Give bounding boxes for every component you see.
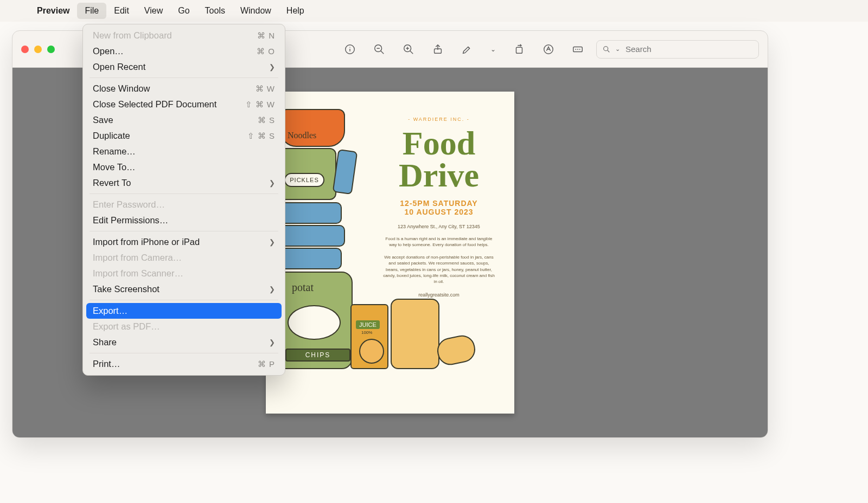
menu-item-label: Share [93, 337, 117, 347]
menu-item-move-to[interactable]: Move To… [86, 159, 282, 175]
menu-item-shortcut: ⌘ P [258, 359, 275, 369]
menu-item-label: Close Window [93, 83, 150, 94]
search-dropdown-icon[interactable]: ⌄ [615, 46, 620, 53]
menu-item-label: Export… [93, 306, 127, 316]
menu-item-shortcut: ⇧ ⌘ W [245, 100, 276, 109]
menu-divider [90, 353, 278, 353]
menu-item-print[interactable]: Print…⌘ P [86, 356, 282, 372]
share-icon[interactable] [427, 40, 449, 59]
menu-item-open-recent[interactable]: Open Recent❯ [86, 59, 282, 75]
menu-item-take-screenshot[interactable]: Take Screenshot❯ [86, 281, 282, 297]
minimize-window-button[interactable] [34, 46, 42, 53]
menu-view[interactable]: View [137, 3, 170, 19]
pickles-label: PICKLES [284, 173, 324, 187]
svg-line-4 [381, 50, 384, 54]
svg-point-17 [579, 49, 580, 50]
menu-item-label: Close Selected PDF Document [93, 99, 216, 109]
rotate-icon[interactable] [508, 40, 530, 59]
form-fill-icon[interactable] [567, 40, 589, 59]
menu-item-close-window[interactable]: Close Window⌘ W [86, 81, 282, 96]
svg-point-15 [575, 49, 576, 50]
menu-item-close-selected-pdf-document[interactable]: Close Selected PDF Document⇧ ⌘ W [86, 96, 282, 112]
menu-item-label: Import from iPhone or iPad [93, 237, 200, 247]
menu-item-import-from-scanner: Import from Scanner… [86, 266, 282, 281]
chevron-right-icon: ❯ [269, 63, 275, 71]
chevron-right-icon: ❯ [269, 179, 275, 187]
search-input[interactable] [624, 44, 753, 54]
honey-jar-illustration [391, 299, 439, 369]
close-window-button[interactable] [21, 46, 29, 53]
menu-item-label: New from Clipboard [93, 30, 172, 41]
flyer-illustration: PICKLES potat CHIPS JUICE 100% [275, 104, 372, 407]
menu-item-shortcut: ⌘ S [258, 115, 275, 125]
flyer-time-line1: 12-5PM SATURDAY [400, 199, 477, 208]
flyer-title-line2: Drive [399, 157, 479, 194]
chevron-right-icon: ❯ [269, 285, 275, 293]
menu-item-label: Import from Camera… [93, 253, 182, 263]
chips-potat-text: potat [292, 281, 314, 294]
menu-item-export-as-pdf: Export as PDF… [86, 319, 282, 334]
noodles-illustration [280, 109, 345, 147]
menu-file[interactable]: File [77, 3, 106, 19]
menu-item-shortcut: ⌘ O [257, 47, 275, 56]
markup-icon[interactable] [538, 40, 559, 59]
svg-rect-11 [516, 47, 522, 53]
juice-label: JUICE [356, 320, 380, 329]
flyer-title-line1: Food [403, 125, 475, 162]
search-field[interactable]: ⌄ [596, 40, 759, 59]
flyer-paragraph-2: We accept donations of non-perishable fo… [382, 254, 496, 285]
menu-tools[interactable]: Tools [197, 3, 233, 19]
menu-item-label: Move To… [93, 162, 136, 172]
chevron-right-icon: ❯ [269, 338, 275, 346]
menu-item-label: Open… [93, 46, 124, 56]
svg-point-2 [349, 47, 350, 47]
info-icon[interactable] [339, 40, 361, 59]
menu-item-shortcut: ⌘ W [256, 84, 275, 94]
menu-item-label: Print… [93, 359, 120, 369]
flyer-time: 12-5PM SATURDAY 10 AUGUST 2023 [400, 199, 477, 216]
fullscreen-window-button[interactable] [47, 46, 55, 53]
menu-item-label: Open Recent [93, 62, 145, 72]
flyer-address: 123 Anywhere St., Any City, ST 12345 [398, 224, 480, 229]
flyer-time-line2: 10 AUGUST 2023 [404, 208, 473, 216]
menu-edit[interactable]: Edit [106, 3, 137, 19]
menu-item-open[interactable]: Open…⌘ O [86, 43, 282, 59]
juice-box-illustration [350, 304, 388, 369]
menu-item-enter-password: Enter Password… [86, 197, 282, 212]
menu-item-import-from-iphone-or-ipad[interactable]: Import from iPhone or iPad❯ [86, 234, 282, 250]
highlight-dropdown-icon[interactable]: ⌄ [486, 40, 501, 59]
juice-percent: 100% [361, 330, 372, 335]
menu-help[interactable]: Help [279, 3, 312, 19]
menu-window[interactable]: Window [233, 3, 279, 19]
menu-item-label: Enter Password… [93, 199, 165, 210]
menu-divider [90, 78, 278, 78]
svg-point-18 [604, 46, 608, 50]
file-menu-dropdown: New from Clipboard⌘ NOpen…⌘ OOpen Recent… [82, 24, 285, 376]
menu-item-rename[interactable]: Rename… [86, 144, 282, 159]
menu-item-label: Edit Permissions… [93, 215, 168, 225]
svg-line-19 [608, 50, 609, 52]
app-name[interactable]: Preview [29, 6, 77, 16]
menu-item-label: Rename… [93, 146, 136, 157]
chips-label: CHIPS [285, 349, 350, 362]
menu-item-import-from-camera: Import from Camera… [86, 250, 282, 266]
menu-item-shortcut: ⇧ ⌘ S [247, 131, 275, 141]
flyer-paragraph-1: Food is a human right and is an immediat… [382, 236, 496, 248]
highlight-icon[interactable] [456, 40, 478, 59]
menu-item-new-from-clipboard: New from Clipboard⌘ N [86, 28, 282, 43]
menu-item-edit-permissions[interactable]: Edit Permissions… [86, 212, 282, 228]
menu-divider [90, 231, 278, 231]
zoom-in-icon[interactable] [398, 40, 419, 59]
flyer-site: reallygreatsite.com [418, 292, 459, 298]
menu-item-duplicate[interactable]: Duplicate⇧ ⌘ S [86, 128, 282, 144]
menu-go[interactable]: Go [170, 3, 197, 19]
menu-item-export[interactable]: Export… [86, 303, 282, 319]
menu-item-save[interactable]: Save⌘ S [86, 112, 282, 128]
menu-item-revert-to[interactable]: Revert To❯ [86, 175, 282, 191]
menu-item-share[interactable]: Share❯ [86, 334, 282, 350]
menu-item-shortcut: ⌘ N [257, 31, 275, 41]
svg-point-16 [577, 49, 578, 50]
flyer-title: Food Drive [399, 127, 479, 191]
flyer-company: - WARDIERE INC. - [408, 117, 470, 122]
zoom-out-icon[interactable] [368, 40, 390, 59]
